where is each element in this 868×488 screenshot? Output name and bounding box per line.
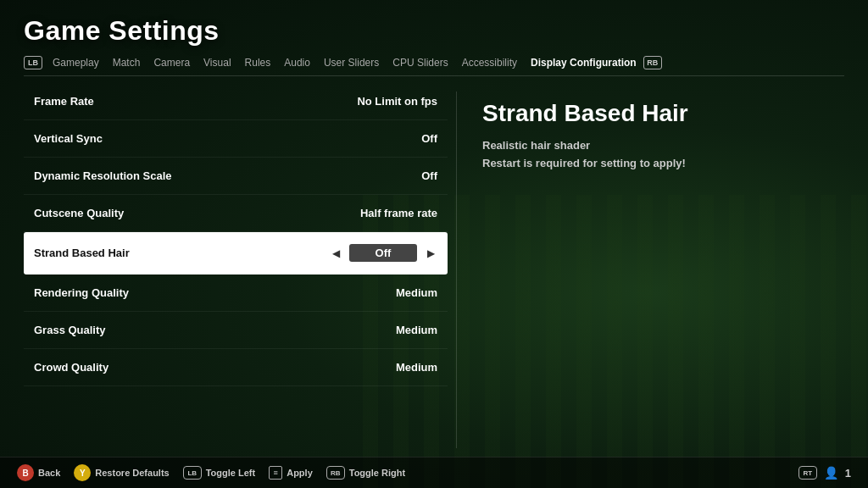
setting-label-grass-quality: Grass Quality	[34, 324, 106, 336]
tab-cpu-sliders[interactable]: CPU Sliders	[386, 55, 454, 70]
setting-value-grass-quality: Medium	[396, 324, 437, 336]
setting-value-vertical-sync: Off	[421, 132, 437, 145]
tab-audio[interactable]: Audio	[277, 55, 317, 70]
setting-value-frame-rate: No Limit on fps	[357, 95, 437, 108]
footer-label-back: Back	[38, 468, 60, 478]
info-title: Strand Based Hair	[482, 100, 827, 127]
header: Game Settings LB GameplayMatchCameraVisu…	[0, 0, 868, 76]
page-title: Game Settings	[24, 15, 844, 47]
tab-accessibility[interactable]: Accessibility	[455, 55, 524, 70]
footer-right: RT 👤 1	[798, 466, 851, 480]
info-description: Realistic hair shaderRestart is required…	[482, 137, 827, 173]
setting-row-crowd-quality[interactable]: Crowd QualityMedium	[24, 349, 448, 386]
footer-badge-apply: ≡	[269, 466, 282, 480]
info-panel: Strand Based Hair Realistic hair shaderR…	[457, 83, 844, 457]
setting-label-crowd-quality: Crowd Quality	[34, 361, 108, 374]
setting-row-grass-quality[interactable]: Grass QualityMedium	[24, 312, 448, 349]
footer: BBackYRestore DefaultsLBToggle Left≡Appl…	[0, 457, 868, 488]
footer-label-apply: Apply	[287, 468, 313, 478]
lb-badge: LB	[24, 56, 42, 69]
setting-value-crowd-quality: Medium	[396, 361, 437, 374]
footer-btn-back[interactable]: BBack	[17, 464, 60, 481]
setting-row-frame-rate[interactable]: Frame RateNo Limit on fps	[24, 83, 448, 120]
setting-row-vertical-sync[interactable]: Vertical SyncOff	[24, 120, 448, 158]
setting-value-cutscene-quality: Half frame rate	[360, 207, 437, 219]
tab-visual[interactable]: Visual	[197, 55, 237, 70]
footer-buttons: BBackYRestore DefaultsLBToggle Left≡Appl…	[17, 464, 405, 481]
main-area: Frame RateNo Limit on fpsVertical SyncOf…	[0, 76, 868, 457]
footer-label-toggle-left: Toggle Left	[206, 468, 255, 478]
settings-panel: Frame RateNo Limit on fpsVertical SyncOf…	[24, 83, 456, 457]
footer-btn-restore[interactable]: YRestore Defaults	[74, 464, 169, 481]
tab-camera[interactable]: Camera	[147, 55, 197, 70]
rb-badge-tab: RB	[643, 56, 662, 69]
value-control-strand-hair: ◀Off▶	[329, 244, 437, 262]
tab-gameplay[interactable]: Gameplay	[46, 55, 106, 70]
setting-label-cutscene-quality: Cutscene Quality	[34, 207, 124, 219]
setting-row-dynamic-resolution[interactable]: Dynamic Resolution ScaleOff	[24, 158, 448, 195]
setting-label-strand-hair: Strand Based Hair	[34, 247, 130, 259]
footer-badge-toggle-left: LB	[183, 466, 202, 480]
value-pill-strand-hair: Off	[349, 244, 417, 262]
footer-btn-apply[interactable]: ≡Apply	[269, 466, 313, 480]
setting-row-rendering-quality[interactable]: Rendering QualityMedium	[24, 274, 448, 312]
setting-row-cutscene-quality[interactable]: Cutscene QualityHalf frame rate	[24, 195, 448, 232]
tab-user-sliders[interactable]: User Sliders	[317, 55, 386, 70]
footer-badge-restore: Y	[74, 464, 91, 481]
setting-row-strand-hair[interactable]: Strand Based Hair◀Off▶	[24, 232, 448, 274]
tab-bar: LB GameplayMatchCameraVisualRulesAudioUs…	[24, 55, 844, 76]
footer-badge-back: B	[17, 464, 34, 481]
arrow-right-strand-hair[interactable]: ▶	[424, 247, 437, 260]
setting-label-rendering-quality: Rendering Quality	[34, 286, 129, 299]
footer-badge-toggle-right: RB	[326, 466, 345, 480]
tab-match[interactable]: Match	[106, 55, 147, 70]
footer-btn-toggle-right[interactable]: RBToggle Right	[326, 466, 405, 480]
setting-label-dynamic-resolution: Dynamic Resolution Scale	[34, 169, 172, 182]
rt-badge: RT	[798, 466, 817, 480]
arrow-left-strand-hair[interactable]: ◀	[329, 247, 342, 260]
player-count: 1	[845, 467, 851, 480]
footer-btn-toggle-left[interactable]: LBToggle Left	[183, 466, 255, 480]
tab-display-config[interactable]: Display Configuration	[524, 55, 643, 70]
setting-value-rendering-quality: Medium	[396, 286, 437, 299]
setting-label-frame-rate: Frame Rate	[34, 95, 94, 108]
player-icon: 👤	[824, 466, 838, 480]
footer-label-toggle-right: Toggle Right	[349, 468, 405, 478]
settings-list: Frame RateNo Limit on fpsVertical SyncOf…	[24, 83, 448, 457]
tab-rules[interactable]: Rules	[238, 55, 278, 70]
setting-value-dynamic-resolution: Off	[421, 169, 437, 182]
footer-label-restore: Restore Defaults	[95, 468, 169, 478]
setting-label-vertical-sync: Vertical Sync	[34, 132, 103, 145]
